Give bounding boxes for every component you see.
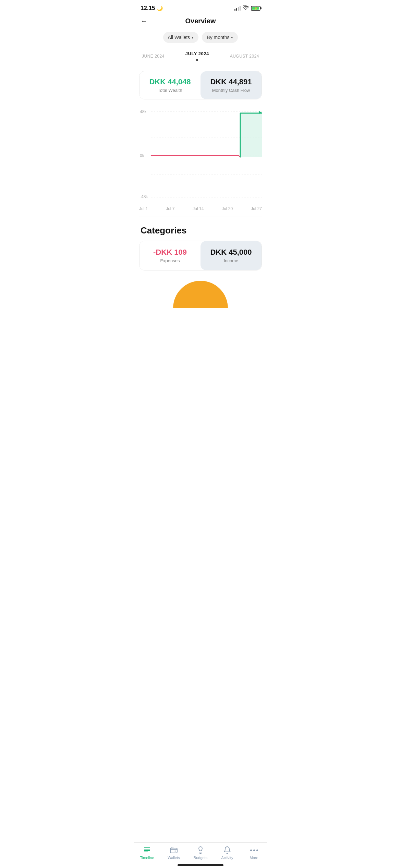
cash-flow-label: Monthly Cash Flow [206, 88, 256, 93]
period-filter[interactable]: By months ▾ [202, 32, 238, 43]
income-card[interactable]: DKK 45,000 Income [200, 241, 262, 270]
page-title: Overview [185, 17, 216, 25]
status-icons: ⚡ [234, 5, 260, 11]
x-label-2: Jul 7 [166, 206, 174, 211]
budget-circle [173, 281, 228, 308]
header: ← Overview [134, 14, 267, 31]
battery-icon: ⚡ [251, 6, 260, 11]
cash-flow-card[interactable]: DKK 44,891 Monthly Cash Flow [200, 71, 262, 99]
wallet-filter[interactable]: All Wallets ▾ [163, 32, 199, 43]
expenses-value: -DKK 109 [145, 248, 195, 257]
svg-text:48k: 48k [140, 109, 147, 114]
filter-row: All Wallets ▾ By months ▾ [134, 31, 267, 48]
wifi-icon [243, 5, 249, 11]
categories-title: Categories [134, 217, 267, 241]
x-label-5: Jul 27 [251, 206, 262, 211]
x-label-1: Jul 1 [139, 206, 148, 211]
current-month-container: JULY 2024 [185, 51, 209, 61]
svg-text:-48k: -48k [140, 194, 148, 199]
svg-text:0k: 0k [140, 153, 145, 158]
moon-icon: 🌙 [157, 5, 163, 11]
category-cards: -DKK 109 Expenses DKK 45,000 Income [139, 241, 262, 270]
summary-cards: DKK 44,048 Total Wealth DKK 44,891 Month… [139, 71, 262, 99]
prev-month[interactable]: JUNE 2024 [142, 54, 165, 59]
x-label-4: Jul 20 [222, 206, 233, 211]
x-axis-labels: Jul 1 Jul 7 Jul 14 Jul 20 Jul 27 [134, 204, 267, 211]
expenses-label: Expenses [145, 258, 195, 263]
status-time: 12.15 [141, 5, 155, 12]
expenses-card[interactable]: -DKK 109 Expenses [139, 241, 200, 270]
status-bar: 12.15 🌙 ⚡ [134, 0, 267, 14]
total-wealth-label: Total Wealth [145, 88, 195, 93]
back-button[interactable]: ← [141, 17, 147, 25]
current-month[interactable]: JULY 2024 [185, 51, 209, 56]
chart-container: 48k 0k -48k [134, 106, 267, 204]
total-wealth-value: DKK 44,048 [145, 77, 195, 86]
x-label-3: Jul 14 [193, 206, 204, 211]
chevron-down-icon: ▾ [192, 35, 194, 40]
chevron-down-icon: ▾ [231, 35, 233, 40]
budget-area [134, 277, 267, 336]
month-navigation: JUNE 2024 JULY 2024 AUGUST 2024 [134, 48, 267, 64]
signal-icon [234, 6, 241, 11]
cash-flow-value: DKK 44,891 [206, 77, 256, 86]
overview-chart: 48k 0k -48k [139, 106, 262, 202]
income-label: Income [206, 258, 256, 263]
income-value: DKK 45,000 [206, 248, 256, 257]
next-month[interactable]: AUGUST 2024 [230, 54, 259, 59]
month-dot [196, 59, 198, 61]
total-wealth-card[interactable]: DKK 44,048 Total Wealth [139, 71, 200, 99]
